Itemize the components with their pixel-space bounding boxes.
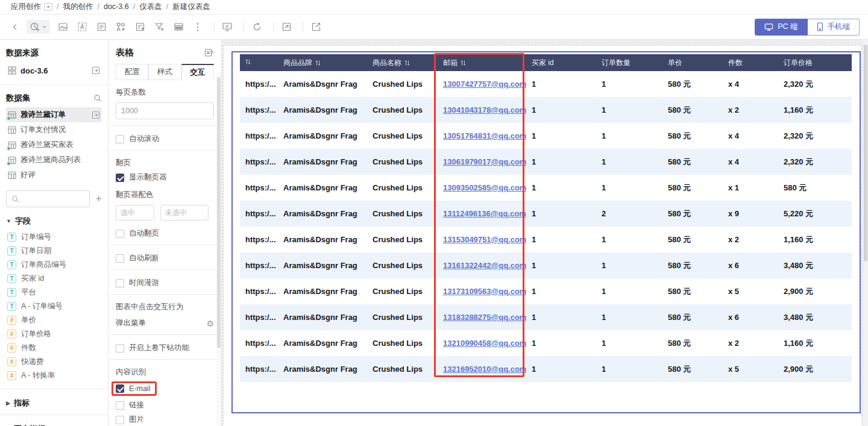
drill-checkbox[interactable]: 开启上卷下钻功能 — [116, 343, 214, 353]
dashboard-canvas[interactable]: 商品品牌商品名称邮箱买家 id订单数量单价件数订单价格 https:/...Ar… — [222, 40, 868, 426]
auto-refresh-checkbox[interactable]: 自动刷新 — [116, 253, 214, 263]
dashboard-page[interactable]: 商品品牌商品名称邮箱买家 id订单数量单价件数订单价格 https:/...Ar… — [223, 45, 862, 426]
add-table-button[interactable] — [171, 19, 186, 35]
switch-chart-icon[interactable] — [204, 48, 214, 57]
field-item[interactable]: #件数 — [6, 341, 102, 355]
email-link[interactable]: 13041043178@qq.com — [443, 105, 526, 114]
share-button[interactable] — [308, 19, 324, 35]
add-control-button[interactable] — [132, 19, 148, 35]
recognition-checkbox-图片[interactable]: 图片 — [116, 415, 214, 425]
dataset-search-icon[interactable] — [93, 94, 102, 102]
field-item[interactable]: TA - 订单编号 — [6, 299, 102, 313]
email-link[interactable]: 13216952010@qq.com — [443, 365, 526, 374]
pager-unselected-color-input[interactable] — [160, 205, 209, 221]
column-header[interactable] — [240, 54, 278, 71]
email-link[interactable]: 13007427757@qq.com — [443, 80, 526, 89]
email-link[interactable]: 13173109563@qq.com — [443, 287, 526, 296]
breadcrumb-item[interactable]: 仪表盘 — [139, 2, 162, 11]
metrics-section-toggle[interactable]: ▶ 指标 — [6, 398, 102, 409]
email-link[interactable]: 13061979017@qq.com — [443, 157, 526, 166]
email-link[interactable]: 13210990458@qq.com — [443, 339, 526, 348]
email-link[interactable]: 13051764831@qq.com — [443, 131, 526, 140]
recognition-checkbox-链接[interactable]: 链接 — [116, 400, 214, 410]
sort-icon[interactable] — [404, 60, 410, 66]
breadcrumb-item[interactable]: 新建仪表盘 — [172, 2, 210, 11]
switch-datasource-icon[interactable] — [92, 66, 100, 75]
tab-配置[interactable]: 配置 — [116, 64, 148, 80]
time-roaming-checkbox[interactable]: 时间漫游 — [116, 278, 214, 288]
switch-dataset-icon[interactable] — [92, 111, 100, 119]
refresh-button[interactable] — [249, 19, 265, 35]
breadcrumb-item[interactable]: 我的创作 — [63, 2, 93, 11]
add-field-icon[interactable]: + — [95, 193, 102, 204]
dataset-item[interactable]: 雅诗兰黛订单 — [6, 107, 102, 122]
app-menu-dropdown[interactable]: 应用创作 ▾ — [11, 2, 52, 12]
field-item[interactable]: #快递费 — [6, 355, 102, 369]
email-link[interactable]: 13112496136@qq.com — [443, 209, 526, 218]
field-item[interactable]: #A - 转换率 — [6, 369, 102, 383]
column-header[interactable]: 邮箱 — [438, 54, 526, 71]
preview-button[interactable] — [219, 19, 235, 35]
dataset-item[interactable]: 雅诗兰黛商品列表 — [6, 152, 102, 168]
pager-colors-label: 翻页器配色 — [116, 190, 214, 200]
cell-url: https:/... — [240, 123, 278, 149]
field-item[interactable]: T订单商品编号 — [6, 258, 102, 272]
add-remark-button[interactable] — [93, 19, 109, 35]
panel-scrollbar[interactable] — [216, 71, 221, 426]
add-text-button[interactable] — [74, 19, 90, 35]
field-item[interactable]: #单价 — [6, 313, 102, 327]
table-icon — [8, 171, 16, 180]
cell-email: 13161322442@qq.com — [438, 252, 526, 278]
field-item[interactable]: T买家 id — [6, 272, 102, 286]
breadcrumb-item[interactable]: doc-3.6 — [104, 2, 129, 11]
sort-icon[interactable] — [245, 58, 251, 65]
tab-样式[interactable]: 样式 — [148, 64, 181, 80]
cell-pieces: x 4 — [723, 71, 778, 97]
page-size-input[interactable] — [116, 102, 214, 119]
field-search-input[interactable] — [6, 190, 90, 207]
dataset-item[interactable]: 订单支付情况 — [6, 122, 102, 137]
chevron-down-icon[interactable]: ▾ — [44, 3, 52, 11]
fields-section-toggle[interactable]: ▼ 字段 — [6, 216, 102, 227]
sort-icon[interactable] — [315, 60, 321, 66]
fullscreen-button[interactable] — [278, 19, 294, 35]
sort-icon[interactable] — [461, 60, 466, 66]
connected-dot-icon — [7, 161, 11, 166]
auto-scroll-checkbox[interactable]: 自动滚动 — [116, 134, 214, 144]
chart-metrics-section-toggle[interactable]: ▶ 图内指标 — [6, 424, 102, 426]
email-link[interactable]: 13093502585@qq.com — [443, 183, 526, 192]
tab-交互[interactable]: 交互 — [181, 64, 214, 80]
email-link[interactable]: 13161322442@qq.com — [443, 261, 526, 270]
add-shape-button[interactable] — [113, 19, 128, 35]
pager-selected-color-input[interactable] — [116, 205, 154, 221]
auto-paging-checkbox[interactable]: 自动翻页 — [116, 228, 214, 239]
data-source-item[interactable]: doc-3.6 — [6, 63, 102, 78]
gear-icon[interactable]: ⚙ — [206, 319, 214, 328]
field-item[interactable]: T平台 — [6, 286, 102, 299]
column-header[interactable]: 商品品牌 — [278, 54, 367, 71]
field-label: 订单商品编号 — [21, 260, 66, 270]
add-chart-button[interactable] — [27, 20, 50, 34]
field-item[interactable]: T订单日期 — [6, 244, 102, 258]
add-image-button[interactable] — [55, 19, 71, 35]
table-widget[interactable]: 商品品牌商品名称邮箱买家 id订单数量单价件数订单价格 https:/...Ar… — [231, 51, 861, 413]
cell-email: 13051764831@qq.com — [438, 123, 526, 149]
table-row: https:/...Aramis&Dsgnr FragCrushed Lips1… — [240, 356, 852, 382]
dataset-item[interactable]: 雅诗兰黛买家表 — [6, 137, 102, 152]
mobile-view-button[interactable]: 手机端 — [808, 19, 860, 36]
recognition-checkbox-E-mail[interactable]: E-mail — [116, 384, 150, 393]
email-link[interactable]: 13153049751@qq.com — [443, 235, 526, 244]
back-button[interactable] — [7, 19, 23, 35]
email-link[interactable]: 13183288275@qq.com — [443, 313, 526, 322]
column-header[interactable]: 商品名称 — [367, 54, 438, 71]
canvas-scrollbar[interactable] — [863, 40, 868, 426]
table-row: https:/...Aramis&Dsgnr FragCrushed Lips1… — [240, 227, 852, 252]
add-filter-button[interactable] — [151, 19, 167, 35]
field-item[interactable]: #订单价格 — [6, 327, 102, 341]
pc-view-button[interactable]: PC 端 — [755, 19, 807, 36]
more-icon[interactable] — [190, 19, 206, 35]
dataset-item[interactable]: 好评 — [6, 168, 102, 183]
table-row: https:/...Aramis&Dsgnr FragCrushed Lips1… — [240, 252, 852, 278]
show-pager-checkbox[interactable]: 显示翻页器 — [116, 172, 214, 183]
field-item[interactable]: T订单编号 — [6, 230, 102, 244]
